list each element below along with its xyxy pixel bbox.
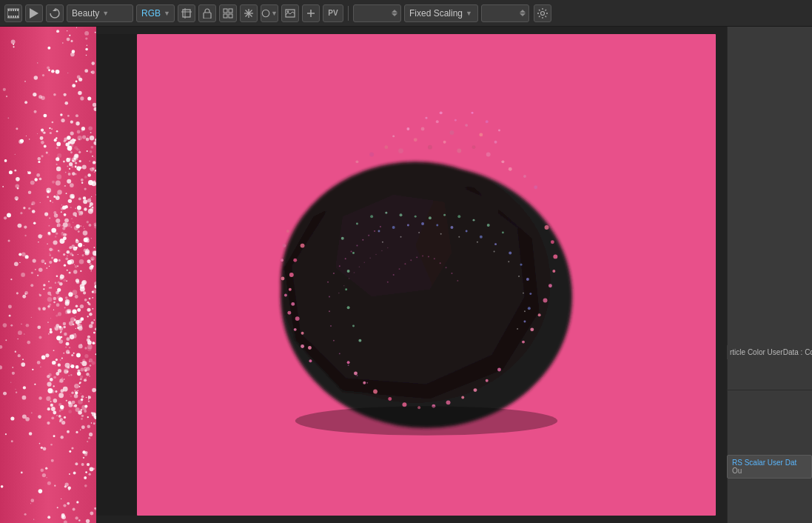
svg-point-167: [457, 280, 458, 282]
add-icon-button[interactable]: [302, 4, 320, 22]
svg-point-187: [369, 258, 371, 259]
svg-rect-4: [15, 9, 16, 11]
panel-separator: [728, 390, 812, 390]
svg-point-71: [301, 332, 304, 335]
svg-point-75: [281, 259, 283, 262]
zoom2-down-arrow[interactable]: [520, 13, 526, 16]
node-card[interactable]: RS Scalar User Dat Ou: [727, 455, 812, 479]
svg-point-117: [347, 270, 350, 273]
svg-point-149: [330, 325, 332, 327]
sparkle-icon-button[interactable]: [240, 4, 258, 22]
svg-rect-7: [10, 16, 12, 18]
svg-point-110: [429, 216, 432, 219]
svg-point-68: [289, 288, 292, 291]
render-canvas[interactable]: [137, 34, 716, 516]
svg-point-158: [404, 263, 406, 264]
grid-icon-button[interactable]: [219, 4, 237, 22]
svg-point-156: [393, 274, 395, 276]
svg-point-80: [301, 344, 304, 348]
zoom-arrows[interactable]: [392, 10, 397, 16]
svg-marker-11: [30, 8, 38, 19]
svg-point-186: [364, 262, 366, 263]
svg-point-171: [440, 233, 442, 235]
svg-point-93: [403, 402, 407, 407]
svg-point-128: [466, 230, 468, 232]
circle-icon-button[interactable]: ▼: [261, 4, 278, 22]
svg-point-176: [518, 276, 520, 277]
svg-point-74: [282, 244, 286, 247]
zoom-down-arrow[interactable]: [392, 13, 397, 16]
svg-point-143: [362, 239, 363, 241]
svg-point-40: [443, 141, 446, 144]
svg-point-175: [508, 261, 509, 262]
svg-point-155: [387, 282, 389, 283]
crop-icon-button[interactable]: [178, 4, 195, 22]
svg-point-54: [509, 167, 512, 171]
svg-point-50: [494, 141, 497, 144]
svg-point-123: [392, 226, 395, 229]
image-icon-button[interactable]: [281, 4, 299, 22]
svg-point-76: [281, 276, 285, 280]
svg-point-38: [414, 138, 417, 141]
zoom2-input-group[interactable]: 70 %: [481, 4, 529, 22]
scaling-mode-dropdown[interactable]: Fixed Scaling ▼: [404, 4, 478, 22]
render-mode-dropdown[interactable]: Beauty ▼: [67, 4, 133, 22]
film-icon-button[interactable]: [4, 4, 22, 22]
play-button[interactable]: [25, 4, 43, 22]
svg-point-102: [354, 371, 358, 375]
zoom-up-arrow[interactable]: [392, 10, 397, 13]
svg-point-152: [348, 364, 349, 366]
svg-rect-2: [10, 9, 12, 11]
svg-point-37: [398, 148, 403, 153]
svg-point-124: [407, 224, 409, 227]
svg-point-132: [520, 264, 523, 266]
svg-point-139: [339, 265, 340, 267]
svg-point-92: [388, 397, 392, 401]
settings-button[interactable]: [534, 4, 551, 22]
refresh-button[interactable]: [46, 4, 64, 22]
svg-rect-9: [15, 16, 16, 18]
svg-point-112: [457, 215, 460, 218]
svg-point-140: [345, 258, 346, 259]
svg-point-125: [421, 222, 424, 225]
svg-point-159: [410, 259, 412, 261]
zoom2-arrows[interactable]: [520, 10, 526, 16]
svg-rect-10: [17, 16, 19, 18]
svg-point-122: [378, 230, 380, 232]
svg-point-89: [530, 327, 534, 331]
svg-point-161: [422, 255, 423, 256]
lock-icon-button[interactable]: [198, 4, 216, 22]
svg-point-151: [339, 353, 340, 354]
zoom-input-group[interactable]: 100 %: [353, 4, 401, 22]
zoom-input[interactable]: 100 %: [357, 9, 390, 18]
svg-point-134: [529, 293, 531, 295]
svg-point-131: [509, 251, 511, 254]
svg-point-188: [375, 254, 377, 256]
svg-point-42: [472, 145, 476, 149]
svg-point-45: [421, 127, 425, 131]
svg-point-39: [428, 145, 432, 150]
svg-point-150: [333, 340, 335, 342]
toolbar: Beauty ▼ RGB ▼: [0, 0, 812, 27]
svg-point-162: [428, 256, 429, 257]
svg-point-65: [301, 244, 305, 248]
zoom2-up-arrow[interactable]: [520, 10, 526, 13]
svg-point-69: [291, 302, 295, 306]
svg-point-184: [354, 272, 355, 273]
svg-rect-19: [224, 14, 227, 18]
svg-point-83: [551, 240, 554, 244]
svg-point-170: [418, 232, 420, 233]
zoom2-input[interactable]: 70 %: [485, 9, 518, 18]
svg-rect-5: [17, 9, 19, 11]
svg-point-84: [553, 254, 557, 259]
channel-dropdown[interactable]: RGB ▼: [136, 4, 175, 22]
svg-point-104: [341, 237, 344, 240]
svg-point-177: [523, 293, 524, 294]
svg-point-70: [295, 316, 300, 321]
svg-point-106: [370, 215, 373, 218]
viewport-dark-bar: [96, 34, 137, 516]
svg-point-86: [548, 284, 552, 287]
pv-icon-button[interactable]: PV: [323, 4, 343, 22]
right-panel: rticle Color UserData : Co RS Scalar Use…: [727, 27, 812, 523]
svg-point-180: [295, 406, 558, 435]
